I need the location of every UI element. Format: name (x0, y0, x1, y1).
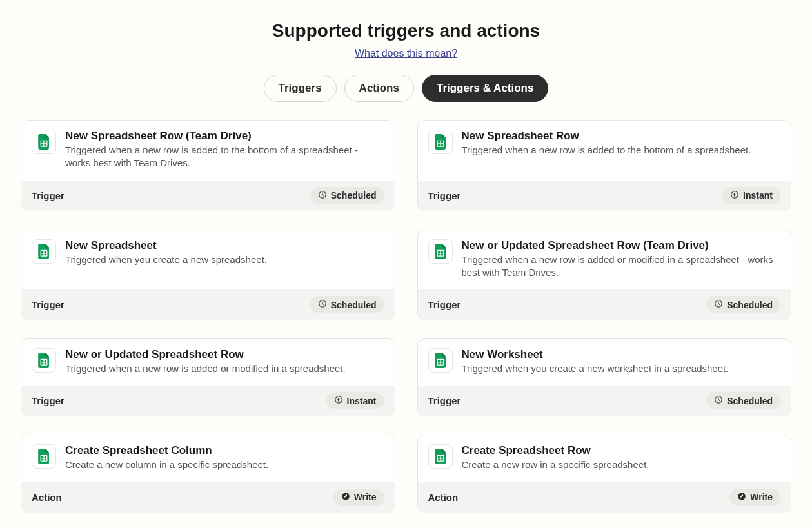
card-body: New SpreadsheetTriggered when you create… (21, 230, 395, 290)
header: Supported triggers and actions What does… (21, 21, 791, 59)
write-icon (341, 492, 350, 503)
card-type-label: Trigger (32, 190, 64, 201)
clock-icon (714, 395, 723, 406)
card[interactable]: New WorksheetTriggered when you create a… (417, 338, 792, 416)
card-title: New or Updated Spreadsheet Row (65, 348, 384, 361)
card-title: Create Spreadsheet Column (65, 444, 384, 457)
card-description: Triggered when a new row is added or mod… (462, 253, 781, 280)
card-title: New Spreadsheet Row (462, 130, 781, 142)
card-text: New or Updated Spreadsheet RowTriggered … (65, 348, 384, 375)
card-text: New Spreadsheet RowTriggered when a new … (462, 130, 781, 170)
help-link[interactable]: What does this mean? (355, 48, 457, 59)
card-description: Triggered when you create a new spreadsh… (65, 253, 384, 266)
card-type-label: Trigger (32, 395, 64, 406)
google-sheets-icon (32, 348, 56, 373)
card-title: New Spreadsheet Row (Team Drive) (65, 130, 384, 142)
card-title: New or Updated Spreadsheet Row (Team Dri… (462, 239, 781, 252)
card-body: New Spreadsheet RowTriggered when a new … (418, 121, 791, 181)
card-body: New or Updated Spreadsheet RowTriggered … (21, 339, 395, 386)
card-footer: TriggerScheduled (418, 386, 791, 416)
card-badge-label: Scheduled (331, 190, 377, 200)
card[interactable]: New SpreadsheetTriggered when you create… (21, 230, 395, 321)
card[interactable]: Create Spreadsheet ColumnCreate a new co… (21, 435, 395, 513)
card-body: New or Updated Spreadsheet Row (Team Dri… (418, 230, 791, 290)
google-sheets-icon (428, 130, 453, 154)
tab-triggers-actions[interactable]: Triggers & Actions (422, 75, 549, 102)
card-type-label: Action (428, 492, 459, 503)
card-body: Create Spreadsheet RowCreate a new row i… (418, 435, 791, 482)
card-footer: ActionWrite (418, 482, 791, 513)
card[interactable]: New or Updated Spreadsheet Row (Team Dri… (417, 230, 792, 321)
card-description: Triggered when a new row is added or mod… (65, 362, 384, 375)
clock-icon (714, 299, 723, 310)
card-footer: TriggerScheduled (418, 289, 791, 320)
card-description: Create a new column in a specific spread… (65, 458, 384, 471)
write-icon (737, 492, 746, 503)
card-type-label: Trigger (428, 299, 461, 310)
card[interactable]: New or Updated Spreadsheet RowTriggered … (21, 338, 395, 416)
google-sheets-icon (428, 348, 453, 373)
card-body: New WorksheetTriggered when you create a… (418, 339, 791, 386)
bolt-icon (730, 190, 739, 201)
cards-grid: New Spreadsheet Row (Team Drive)Triggere… (21, 120, 791, 513)
google-sheets-icon (32, 130, 56, 154)
card-badge-label: Write (750, 492, 773, 502)
tab-triggers[interactable]: Triggers (264, 75, 337, 102)
card-badge: Instant (722, 187, 780, 204)
card-text: New or Updated Spreadsheet Row (Team Dri… (462, 239, 781, 280)
card-description: Triggered when a new row is added to the… (65, 144, 384, 170)
google-sheets-icon (428, 444, 453, 469)
card[interactable]: Create Spreadsheet RowCreate a new row i… (417, 435, 792, 513)
clock-icon (318, 299, 327, 310)
google-sheets-icon (428, 239, 453, 264)
card[interactable]: New Spreadsheet Row (Team Drive)Triggere… (21, 120, 395, 211)
card-text: New Spreadsheet Row (Team Drive)Triggere… (65, 130, 384, 170)
card-badge: Write (729, 489, 780, 506)
card-badge-label: Instant (347, 396, 377, 406)
card-title: New Worksheet (462, 348, 781, 361)
card-footer: TriggerScheduled (21, 289, 395, 320)
card-badge: Instant (326, 392, 384, 409)
card-title: Create Spreadsheet Row (462, 444, 781, 457)
card-title: New Spreadsheet (65, 239, 384, 252)
card-badge-label: Scheduled (727, 300, 773, 310)
card-badge-label: Scheduled (331, 300, 377, 310)
card-footer: TriggerInstant (21, 386, 395, 416)
card-badge-label: Scheduled (727, 396, 773, 406)
google-sheets-icon (32, 444, 56, 469)
card-body: New Spreadsheet Row (Team Drive)Triggere… (21, 121, 395, 181)
clock-icon (318, 190, 327, 201)
google-sheets-icon (32, 239, 56, 264)
card-body: Create Spreadsheet ColumnCreate a new co… (21, 435, 395, 482)
bolt-icon (334, 395, 343, 406)
card-type-label: Trigger (32, 299, 64, 310)
card[interactable]: New Spreadsheet RowTriggered when a new … (417, 120, 792, 211)
card-text: New WorksheetTriggered when you create a… (462, 348, 781, 375)
card-type-label: Trigger (428, 190, 461, 201)
card-text: Create Spreadsheet RowCreate a new row i… (462, 444, 781, 471)
page-title: Supported triggers and actions (21, 21, 791, 41)
tab-actions[interactable]: Actions (344, 75, 414, 102)
card-description: Triggered when you create a new workshee… (462, 362, 781, 375)
card-text: New SpreadsheetTriggered when you create… (65, 239, 384, 280)
card-footer: TriggerInstant (418, 181, 791, 211)
card-badge: Write (333, 489, 384, 506)
card-badge: Scheduled (706, 296, 780, 313)
card-footer: TriggerScheduled (21, 181, 395, 211)
card-type-label: Action (32, 492, 62, 503)
tabs: TriggersActionsTriggers & Actions (21, 75, 791, 102)
card-description: Create a new row in a specific spreadshe… (462, 458, 781, 471)
card-description: Triggered when a new row is added to the… (462, 144, 781, 157)
card-badge-label: Instant (743, 190, 773, 200)
card-badge: Scheduled (310, 187, 384, 204)
card-type-label: Trigger (428, 395, 461, 406)
card-footer: ActionWrite (21, 482, 395, 513)
card-text: Create Spreadsheet ColumnCreate a new co… (65, 444, 384, 471)
card-badge: Scheduled (706, 392, 780, 409)
card-badge: Scheduled (310, 296, 384, 313)
card-badge-label: Write (354, 492, 377, 502)
